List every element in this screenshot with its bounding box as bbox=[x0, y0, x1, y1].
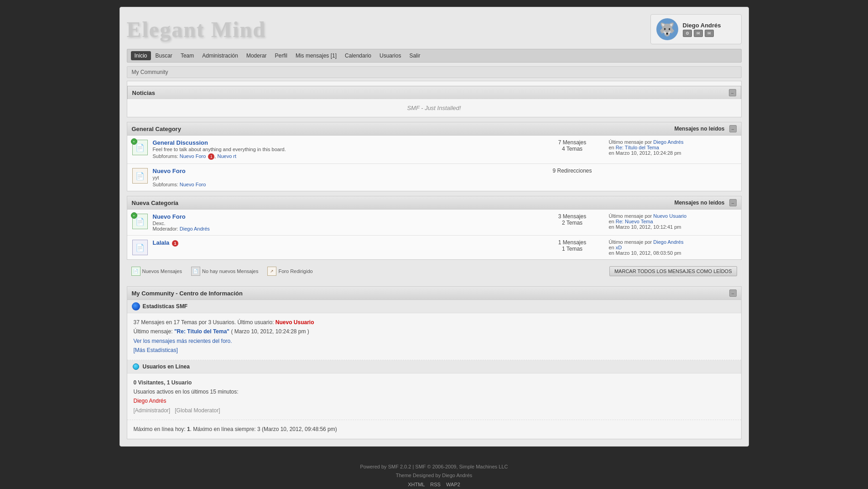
forum-stats-general: 7 Mensajes 4 Temas bbox=[536, 139, 609, 152]
forum-name-nuevo-cat[interactable]: Nuevo Foro bbox=[153, 213, 536, 220]
view-recent-link[interactable]: Ver los mensajes más recientes del foro. bbox=[134, 338, 232, 344]
nav-calendario[interactable]: Calendario bbox=[341, 51, 375, 60]
forum-subforums-general: Subforums: Nuevo Foro 1, Nuevo rt bbox=[153, 153, 536, 160]
legend-redirect-icon: ↗ bbox=[267, 267, 276, 276]
lastpost-date-la: en Marzo 10, 2012, 08:03:50 pm bbox=[609, 250, 681, 256]
forum-stats-lalala: 1 Mensajes 1 Temas bbox=[536, 239, 609, 252]
forum-icon-nuevo: 📄 bbox=[132, 168, 148, 184]
legend-redirect: ↗ Foro Redirigido bbox=[267, 267, 312, 276]
nav-administracion[interactable]: Administración bbox=[198, 51, 242, 60]
footer-rss[interactable]: RSS bbox=[430, 482, 441, 487]
messages-icon-2[interactable]: ✉ bbox=[705, 30, 714, 37]
footer-line2: Theme Designed by Diego Andrés bbox=[9, 471, 859, 480]
online-content: 0 Visitantes, 1 Usuario Usuarios activos… bbox=[127, 373, 741, 421]
online-circle-icon bbox=[133, 363, 139, 370]
general-category-title: General Category bbox=[132, 126, 181, 132]
forum-lastpost-nuevo-cat: Último mensaje por Nuevo Usuario en Re: … bbox=[609, 213, 737, 230]
moderator-name[interactable]: Diego Andrés bbox=[180, 226, 210, 231]
username-display: Diego Andrés bbox=[683, 22, 721, 29]
forum-desc-nuevo: yyt bbox=[153, 175, 536, 180]
lastpost-user[interactable]: Diego Andrés bbox=[653, 139, 683, 145]
info-center-header: My Community - Centro de Información – bbox=[127, 287, 741, 300]
mark-all-button[interactable]: MARCAR TODOS LOS MENSAJES COMO LEÍDOS bbox=[609, 266, 737, 276]
general-unread-label: Mensajes no leídos bbox=[674, 126, 724, 132]
footer-wap2[interactable]: WAP2 bbox=[446, 482, 460, 487]
subforums-label-2: Subforums: bbox=[153, 182, 180, 187]
forum-name-nuevo[interactable]: Nuevo Foro bbox=[153, 168, 536, 174]
role-global-mod[interactable]: [Global Moderator] bbox=[175, 407, 220, 414]
mensajes-lalala: 1 Mensajes bbox=[541, 239, 604, 246]
forum-desc-general: Feel free to talk about anything and eve… bbox=[153, 147, 536, 152]
forum-name-general[interactable]: General Discussion bbox=[153, 139, 536, 146]
footer-links: XHTML RSS WAP2 bbox=[9, 480, 859, 489]
info-collapse-btn[interactable]: – bbox=[729, 289, 737, 297]
nueva-collapse-btn[interactable]: – bbox=[729, 199, 737, 206]
forum-subforums-nuevo: Subforums: Nuevo Foro bbox=[153, 182, 536, 187]
lastpost-user-nc[interactable]: Nuevo Usuario bbox=[653, 213, 686, 219]
nueva-unread-label: Mensajes no leídos bbox=[674, 200, 724, 206]
lastpost-label-nc: Último mensaje bbox=[609, 213, 644, 219]
lastpost-thread[interactable]: Re: Título del Tema bbox=[616, 145, 659, 150]
subforum-badge-1: 1 bbox=[208, 153, 214, 160]
lastpost-label: Último mensaje bbox=[609, 139, 644, 145]
nav-perfil[interactable]: Perfil bbox=[271, 51, 291, 60]
forum-lastpost-lalala: Último mensaje por Diego Andrés en xD en… bbox=[609, 239, 737, 256]
legend-no-new: 📄 No hay nuevos Mensajes bbox=[191, 267, 259, 276]
forum-stats-nuevo-cat: 3 Mensajes 2 Temas bbox=[536, 213, 609, 226]
forum-icon-lalala: 📄 bbox=[132, 239, 148, 256]
temas-lalala: 1 Temas bbox=[541, 246, 604, 252]
more-stats-link[interactable]: [Más Estadísticas] bbox=[134, 347, 178, 353]
info-center: My Community - Centro de Información – E… bbox=[127, 286, 742, 439]
temas-count: 4 Temas bbox=[541, 146, 604, 152]
last-message-label: Último mensaje: bbox=[134, 328, 173, 335]
forum-row-nuevo-cat: 📄 + Nuevo Foro Dexc. Moderador: Diego An… bbox=[127, 210, 741, 236]
forum-icon-nuevo-cat: 📄 + bbox=[132, 213, 148, 230]
online-user-link[interactable]: Diego Andrés bbox=[134, 398, 166, 404]
footer: Powered by SMF 2.0.2 | SMF © 2006-2009, … bbox=[0, 453, 868, 489]
nav-mis-mensajes[interactable]: Mis mensajes [1] bbox=[292, 51, 340, 60]
lalala-badge: 1 bbox=[172, 240, 178, 247]
lastpost-in-label-nc: en bbox=[609, 219, 614, 224]
nueva-categoria: Nueva Categoría Mensajes no leídos – 📄 +… bbox=[127, 196, 742, 260]
subforums-label: Subforums: bbox=[153, 153, 180, 159]
lastpost-por-la: por bbox=[645, 239, 653, 245]
nav-inicio[interactable]: Inicio bbox=[131, 51, 151, 60]
lastpost-label-la: Último mensaje bbox=[609, 239, 644, 245]
stats-content: 37 Mensajes en 17 Temas por 3 Usuarios. … bbox=[127, 313, 741, 360]
subforum-nuevo-foro-2[interactable]: Nuevo Foro bbox=[180, 182, 206, 187]
general-collapse-btn[interactable]: – bbox=[729, 125, 737, 132]
main-wrapper: Elegant Mind 🐺 Diego Andrés ⚙ ✉ ✉ Inicio… bbox=[120, 7, 749, 447]
noticias-collapse-btn[interactable]: – bbox=[729, 89, 736, 96]
general-category: General Category Mensajes no leídos – 📄 … bbox=[127, 122, 742, 191]
legend: 📄 Nuevos Mensajes 📄 No hay nuevos Mensaj… bbox=[127, 263, 742, 280]
nav-salir[interactable]: Salir bbox=[405, 51, 424, 60]
legend-no-new-label: No hay nuevos Mensajes bbox=[202, 268, 259, 274]
nav-team[interactable]: Team bbox=[177, 51, 198, 60]
subforum-nuevo-rt[interactable]: Nuevo rt bbox=[217, 153, 236, 159]
lastpost-thread-nc[interactable]: Re: Nuevo Tema bbox=[616, 219, 653, 224]
nav-moderar[interactable]: Moderar bbox=[243, 51, 270, 60]
new-indicator: + bbox=[131, 138, 137, 145]
messages-icon-1[interactable]: ✉ bbox=[694, 30, 703, 37]
subforum-nuevo-foro[interactable]: Nuevo Foro bbox=[180, 153, 206, 159]
settings-icon[interactable]: ⚙ bbox=[683, 30, 692, 37]
forum-row-nuevo-foro: 📄 Nuevo Foro yyt Subforums: Nuevo Foro 9… bbox=[127, 164, 741, 191]
forum-name-lalala[interactable]: Lalala 1 bbox=[153, 239, 536, 247]
lastpost-thread-la[interactable]: xD bbox=[616, 245, 622, 250]
footer-xhtml[interactable]: XHTML bbox=[408, 482, 425, 487]
role-admin[interactable]: [Administrador] bbox=[134, 407, 171, 414]
nav-buscar[interactable]: Buscar bbox=[152, 51, 176, 60]
stats-title: Estadísticas SMF bbox=[143, 303, 188, 310]
nav-usuarios[interactable]: Usuarios bbox=[376, 51, 405, 60]
last-message-link[interactable]: "Re: Título del Tema" bbox=[174, 328, 229, 335]
lastpost-user-la[interactable]: Diego Andrés bbox=[653, 239, 683, 245]
mensajes-count: 7 Mensajes bbox=[541, 139, 604, 146]
noticias-content: SMF - Just Installed! bbox=[127, 99, 741, 117]
online-desc: Usuarios activos en los últimos 15 minut… bbox=[134, 389, 239, 395]
last-user-link[interactable]: Nuevo Usuario bbox=[275, 319, 314, 326]
noticias-title: Noticias bbox=[132, 89, 156, 96]
stats-text: 37 Mensajes en 17 Temas por 3 Usuarios. … bbox=[134, 319, 274, 326]
lastpost-in-label: en bbox=[609, 145, 614, 150]
stats-subheader: Estadísticas SMF bbox=[127, 300, 741, 313]
lalala-name: Lalala bbox=[153, 239, 170, 246]
